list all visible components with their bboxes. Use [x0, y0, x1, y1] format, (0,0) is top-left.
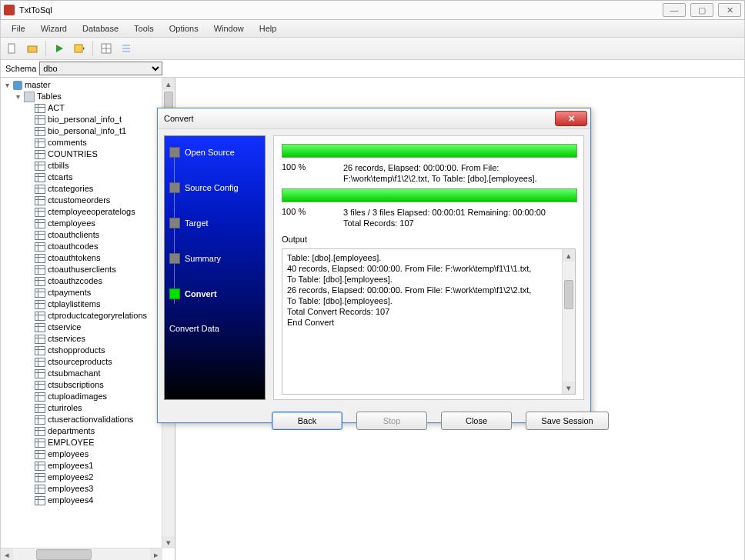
step-connector: [174, 158, 175, 304]
tree-table[interactable]: ctoauthclients: [48, 229, 99, 241]
progress1-line1: 26 records, Elapsed: 00:00:00. From File…: [343, 162, 576, 173]
wizard-step[interactable]: Summary: [169, 253, 262, 264]
menu-window[interactable]: Window: [208, 22, 250, 35]
tree-table[interactable]: employees3: [48, 483, 93, 495]
toolbar-new-icon[interactable]: [5, 42, 19, 55]
tree-table[interactable]: employees4: [48, 495, 93, 506]
table-icon: [35, 254, 45, 263]
tree-table[interactable]: ctcarts: [48, 172, 72, 183]
tree-table[interactable]: ctsubmachant: [48, 368, 100, 379]
tree-table[interactable]: ctuseractionvalidations: [48, 414, 133, 425]
minimize-button[interactable]: —: [663, 3, 686, 17]
output-line: Table: [dbo].[employees].: [287, 252, 570, 263]
scroll-up-icon[interactable]: ▴: [162, 78, 175, 90]
scroll-thumb[interactable]: [36, 549, 92, 560]
tree-table[interactable]: ctservices: [48, 333, 85, 345]
wizard-step[interactable]: Source Config: [169, 182, 262, 193]
table-icon: [35, 242, 45, 252]
dialog-title: Convert: [164, 114, 194, 123]
wizard-step[interactable]: Convert: [169, 288, 262, 299]
dialog-close-button[interactable]: ✕: [555, 111, 587, 126]
tree-table[interactable]: cturiroles: [48, 402, 82, 414]
stop-button[interactable]: Stop: [356, 412, 427, 430]
scroll-left-icon[interactable]: ◂: [1, 548, 13, 560]
tree-table[interactable]: ctbills: [48, 160, 69, 172]
scroll-right-icon[interactable]: ▸: [150, 548, 162, 560]
toolbar-separator: [92, 41, 93, 56]
tree-root[interactable]: master: [25, 79, 51, 91]
step-label: Summary: [185, 254, 221, 263]
tree-table[interactable]: ctoauthtokens: [48, 252, 101, 264]
back-button[interactable]: Back: [272, 412, 342, 430]
table-icon: [35, 358, 45, 367]
tree-table[interactable]: ctplaylistitems: [48, 298, 100, 310]
output-line: To Table: [dbo].[employees].: [287, 274, 570, 285]
tree-table[interactable]: bio_personal_info_t1: [48, 125, 126, 137]
tree-table[interactable]: employees: [48, 448, 89, 460]
scroll-down-icon[interactable]: ▾: [162, 536, 175, 548]
toolbar-grid-icon[interactable]: [99, 42, 113, 55]
tree-table[interactable]: comments: [48, 137, 87, 148]
tree-table[interactable]: COUNTRIES: [48, 148, 98, 160]
output-vscrollbar[interactable]: ▴ ▾: [562, 249, 575, 394]
table-icon: [35, 219, 45, 228]
tree-table[interactable]: ctservice: [48, 322, 81, 333]
menu-file[interactable]: File: [5, 22, 32, 35]
save-session-button[interactable]: Save Session: [526, 412, 609, 430]
tree-table[interactable]: EMPLOYEE: [48, 437, 95, 448]
tree-table[interactable]: ctcategories: [48, 183, 93, 195]
wizard-step[interactable]: Target: [169, 218, 262, 228]
scroll-up-icon[interactable]: ▴: [563, 249, 575, 262]
tree-table[interactable]: ctpayments: [48, 287, 91, 298]
step-box-icon: [169, 147, 180, 158]
output-log[interactable]: Table: [dbo].[employees].40 records, Ela…: [282, 248, 576, 395]
table-icon: [35, 300, 45, 309]
tree-table[interactable]: ctoauthuserclients: [48, 264, 116, 275]
menu-tools[interactable]: Tools: [128, 22, 160, 35]
toolbar-dropdown-icon[interactable]: [72, 42, 86, 55]
tree-table[interactable]: ctsubscriptions: [48, 379, 104, 391]
table-icon: [35, 150, 45, 159]
tree-table[interactable]: ctoauthzcodes: [48, 275, 102, 287]
table-icon: [35, 138, 45, 148]
menu-database[interactable]: Database: [76, 22, 125, 35]
toolbar-run-icon[interactable]: [52, 42, 66, 55]
tree-table[interactable]: ctproductcategoryrelations: [48, 310, 147, 322]
tree-table[interactable]: ctemployeeoperatelogs: [48, 206, 135, 218]
tree-table[interactable]: ACT: [48, 102, 65, 114]
scroll-down-icon[interactable]: ▾: [563, 382, 575, 394]
toolbar-list-icon[interactable]: [119, 42, 133, 55]
tree-table[interactable]: ctcustomeorders: [48, 195, 110, 206]
schema-tree[interactable]: ▾master ▾Tables ACTbio_personal_info_tbi…: [1, 78, 162, 548]
tree-hscrollbar[interactable]: ◂ ▸: [1, 548, 162, 560]
tree-table[interactable]: bio_personal_info_t: [48, 114, 122, 125]
tree-table[interactable]: ctoauthcodes: [48, 241, 98, 252]
step-box-icon: [169, 182, 180, 193]
svg-rect-3: [75, 45, 82, 52]
menu-wizard[interactable]: Wizard: [35, 22, 73, 35]
tree-table[interactable]: departments: [48, 425, 95, 437]
tree-table[interactable]: ctshopproducts: [48, 345, 105, 356]
dialog-titlebar[interactable]: Convert ✕: [158, 108, 590, 129]
progress2-line1: 3 files / 3 files Elapsed: 00:00:01 Rema…: [343, 207, 576, 218]
menu-help[interactable]: Help: [253, 22, 283, 35]
window-close-button[interactable]: ✕: [718, 3, 741, 17]
scroll-thumb[interactable]: [564, 280, 573, 309]
table-icon: [35, 323, 45, 332]
convert-dialog: Convert ✕ Open SourceSource ConfigTarget…: [157, 108, 591, 423]
tree-table[interactable]: ctsourceproducts: [48, 356, 112, 368]
menu-options[interactable]: Options: [163, 22, 205, 35]
maximize-button[interactable]: ▢: [690, 3, 713, 17]
tree-table[interactable]: employees1: [48, 460, 93, 472]
close-button[interactable]: Close: [441, 412, 512, 430]
wizard-step[interactable]: Open Source: [169, 147, 262, 158]
tree-panel: ▾master ▾Tables ACTbio_personal_info_tbi…: [1, 78, 175, 560]
table-icon: [35, 346, 45, 355]
tree-table[interactable]: ctuploadimages: [48, 391, 107, 402]
table-icon: [35, 473, 45, 482]
tree-table[interactable]: ctemployees: [48, 218, 95, 229]
tree-table[interactable]: employees2: [48, 472, 93, 483]
tree-folder[interactable]: Tables: [37, 91, 62, 102]
schema-select[interactable]: dbo: [39, 62, 162, 75]
toolbar-open-icon[interactable]: [25, 42, 39, 55]
